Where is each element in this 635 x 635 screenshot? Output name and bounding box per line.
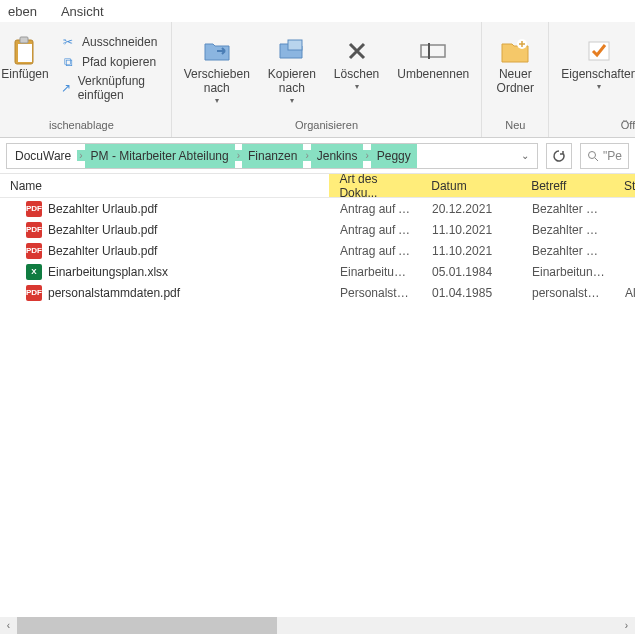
svg-point-8 [589,151,596,158]
chevron-down-icon: ▾ [290,96,294,105]
breadcrumb-item[interactable]: DocuWare [9,144,77,168]
breadcrumb-item[interactable]: Jenkins [311,144,364,168]
rename-button[interactable]: Umbenennen [393,34,473,84]
column-name[interactable]: Name [0,174,329,197]
pdf-file-icon: PDF [26,285,42,301]
move-icon [202,36,232,66]
table-row[interactable]: PDFBezahlter Urlaub.pdfAntrag auf A...20… [0,198,635,219]
breadcrumb-item[interactable]: Finanzen [242,144,303,168]
copy-path-label: Pfad kopieren [82,55,156,69]
clipboard-group-label: ischenablage [0,119,163,135]
column-datum[interactable]: Datum [421,174,521,197]
copy-to-button[interactable]: Kopieren nach ▾ [264,34,320,107]
svg-rect-3 [288,40,302,50]
clipboard-icon [10,36,40,66]
search-input[interactable]: "Pe [580,143,629,169]
file-betreff-cell: Bezahlter Urla... [522,223,615,237]
file-datum-cell: 05.01.1984 [422,265,522,279]
move-to-label: Verschieben nach [184,68,250,96]
svg-rect-2 [18,44,32,62]
scroll-thumb[interactable] [17,617,277,634]
file-art-cell: Personalstam... [330,286,422,300]
ribbon-group-open: Eigenschaften ▾ Öffn [549,22,635,137]
organize-group-label: Organisieren [180,119,474,135]
paste-label: Einfügen [1,68,48,82]
pdf-file-icon: PDF [26,222,42,238]
paste-shortcut-button[interactable]: ↗ Verknüpfung einfügen [60,74,163,102]
menu-item[interactable]: Ansicht [61,4,104,19]
breadcrumb-separator: › [303,150,310,161]
address-bar: DocuWare›PM - Mitarbeiter Abteilung›Fina… [0,138,635,174]
chevron-down-icon: ▾ [355,82,359,91]
table-row[interactable]: XEinarbeitungsplan.xlsxEinarbeitungs...0… [0,261,635,282]
breadcrumb-item[interactable]: Peggy [371,144,417,168]
scroll-left-arrow[interactable]: ‹ [0,617,17,634]
copy-to-label: Kopieren nach [268,68,316,96]
delete-icon [342,36,372,66]
chevron-down-icon: ▾ [215,96,219,105]
file-name-cell: PDFpersonalstammdaten.pdf [0,285,330,301]
file-betreff-cell: Einarbeitungs... [522,265,615,279]
rename-label: Umbenennen [397,68,469,82]
file-name: personalstammdaten.pdf [48,286,180,300]
ribbon-group-organize: Verschieben nach ▾ Kopieren nach ▾ Lösch… [172,22,483,137]
column-betreff[interactable]: Betreff [521,174,614,197]
svg-line-9 [595,158,598,161]
scroll-track[interactable] [277,617,618,634]
menu-bar: eben Ansicht [0,0,635,22]
paste-shortcut-label: Verknüpfung einfügen [78,74,163,102]
xlsx-file-icon: X [26,264,42,280]
file-art-cell: Antrag auf A... [330,244,422,258]
refresh-button[interactable] [546,143,572,169]
paste-button[interactable]: Einfügen [0,34,50,84]
scroll-right-arrow[interactable]: › [618,617,635,634]
properties-label: Eigenschaften [561,68,635,82]
file-art-cell: Antrag auf A... [330,202,422,216]
table-row[interactable]: PDFBezahlter Urlaub.pdfAntrag auf A...11… [0,240,635,261]
copy-icon [277,36,307,66]
column-headers: Name Art des Doku... Datum Betreff St [0,174,635,198]
file-name: Bezahlter Urlaub.pdf [48,244,157,258]
copy-path-button[interactable]: ⧉ Pfad kopieren [60,54,163,70]
breadcrumb-dropdown[interactable]: ⌄ [515,150,535,161]
new-folder-label: Neuer Ordner [497,68,534,96]
breadcrumb-separator: › [235,150,242,161]
file-name-cell: PDFBezahlter Urlaub.pdf [0,201,330,217]
file-art-cell: Einarbeitungs... [330,265,422,279]
svg-rect-4 [421,45,445,57]
file-name-cell: PDFBezahlter Urlaub.pdf [0,243,330,259]
file-betreff-cell: Bezahlter Urla... [522,202,615,216]
file-betreff-cell: Bezahlter Urla... [522,244,615,258]
breadcrumb[interactable]: DocuWare›PM - Mitarbeiter Abteilung›Fina… [6,143,538,169]
new-group-label: Neu [490,119,540,135]
new-folder-button[interactable]: Neuer Ordner [490,34,540,98]
table-row[interactable]: PDFpersonalstammdaten.pdfPersonalstam...… [0,282,635,303]
file-name-cell: XEinarbeitungsplan.xlsx [0,264,330,280]
ribbon-group-clipboard: Einfügen ✂ Ausschneiden ⧉ Pfad kopieren … [0,22,172,137]
file-datum-cell: 01.04.1985 [422,286,522,300]
menu-item[interactable]: eben [8,4,37,19]
breadcrumb-item[interactable]: PM - Mitarbeiter Abteilung [85,144,235,168]
ribbon: Einfügen ✂ Ausschneiden ⧉ Pfad kopieren … [0,22,635,138]
file-st-cell: Al [615,286,635,300]
open-group-label: Öffn [557,119,635,135]
file-datum-cell: 11.10.2021 [422,223,522,237]
file-name: Einarbeitungsplan.xlsx [48,265,168,279]
delete-button[interactable]: Löschen ▾ [330,34,383,93]
cut-button[interactable]: ✂ Ausschneiden [60,34,163,50]
chevron-down-icon: ▾ [597,82,601,91]
move-to-button[interactable]: Verschieben nach ▾ [180,34,254,107]
new-folder-icon [500,36,530,66]
pdf-file-icon: PDF [26,201,42,217]
pdf-file-icon: PDF [26,243,42,259]
column-st[interactable]: St [614,174,635,197]
path-icon: ⧉ [60,54,76,70]
properties-button[interactable]: Eigenschaften ▾ [557,34,635,93]
column-art[interactable]: Art des Doku... [329,174,421,197]
horizontal-scrollbar[interactable]: ‹ › [0,617,635,634]
cut-label: Ausschneiden [82,35,157,49]
file-datum-cell: 11.10.2021 [422,244,522,258]
table-row[interactable]: PDFBezahlter Urlaub.pdfAntrag auf A...11… [0,219,635,240]
file-betreff-cell: personalstam... [522,286,615,300]
shortcut-icon: ↗ [60,80,72,96]
